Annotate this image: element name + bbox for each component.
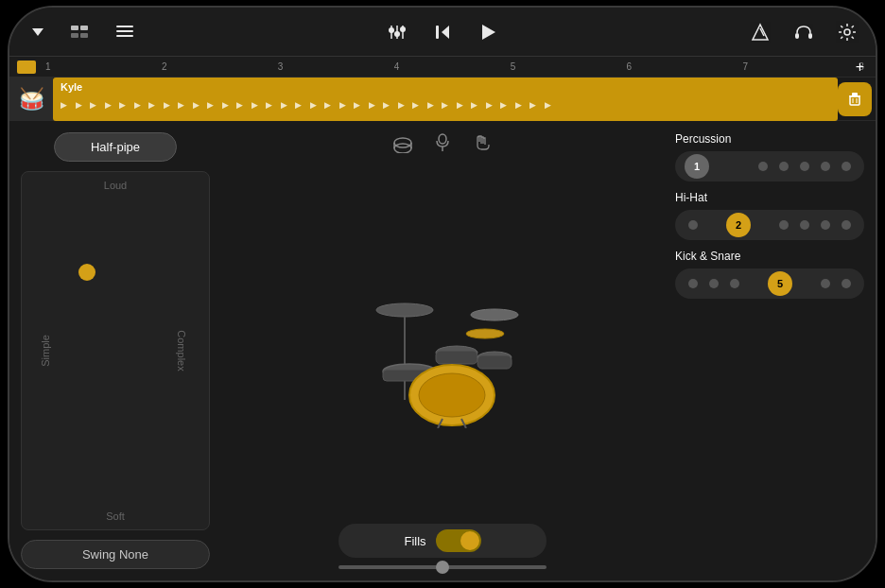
svg-point-34 (466, 329, 504, 338)
hihat-section: Hi-Hat 2 (675, 191, 864, 240)
svg-point-26 (394, 138, 411, 147)
kick-snare-label: Kick & Snare (675, 250, 864, 263)
track-waveform: ▶ ▶ ▶ ▶ ▶ ▶ ▶ ▶ ▶ ▶ ▶ ▶ ▶ ▶ ▶ ▶ ▶ ▶ ▶ ▶ … (53, 78, 838, 121)
drum-hand-icon[interactable] (472, 132, 493, 158)
kick-snare-dots-left (685, 279, 743, 288)
percussion-section: Percussion 1 (675, 132, 864, 182)
center-panel: Fills (221, 132, 664, 569)
kick-snare-section: Kick & Snare 5 (675, 250, 864, 299)
toggle-knob (460, 531, 479, 550)
left-panel: Half-pipe Loud Soft Simple Complex Swing… (21, 132, 210, 569)
xy-label-complex: Complex (175, 330, 186, 371)
phone-frame: 1 2 3 4 5 6 7 8 + 🥁 Kyle ▶ ▶ ▶ ▶ ▶ ▶ ▶ ▶… (8, 6, 877, 582)
dropdown-icon[interactable] (25, 19, 51, 45)
xy-dot[interactable] (78, 264, 95, 281)
svg-point-43 (419, 373, 485, 417)
hihat-dots-right (775, 220, 855, 230)
ruler-mark-5: 5 (511, 61, 516, 72)
track-thumbnail[interactable]: 🥁 (9, 78, 53, 121)
svg-rect-3 (71, 33, 78, 38)
drum-kit-svg (348, 258, 537, 428)
rewind-button[interactable] (429, 19, 456, 45)
list-icon[interactable] (112, 19, 138, 45)
ruler-mark-2: 2 (162, 61, 167, 72)
svg-marker-14 (442, 26, 449, 39)
headphones-icon[interactable] (790, 19, 817, 45)
svg-rect-7 (116, 35, 133, 37)
ruler-numbers: 1 2 3 4 5 6 7 8 (42, 61, 868, 72)
fills-slider-row (338, 565, 547, 569)
hihat-dots-left (685, 220, 702, 230)
drum-circle-icon[interactable] (392, 132, 413, 158)
svg-rect-23 (850, 96, 859, 105)
fills-label: Fills (404, 534, 425, 548)
right-panel: Percussion 1 Hi-Hat (675, 132, 864, 569)
timeline-ruler: 1 2 3 4 5 6 7 8 + (9, 57, 876, 78)
svg-point-33 (471, 309, 518, 320)
svg-rect-41 (477, 355, 512, 369)
hihat-slider[interactable]: 2 (675, 210, 864, 240)
fills-slider[interactable] (338, 565, 547, 569)
percussion-knob[interactable]: 1 (685, 154, 709, 179)
svg-rect-4 (80, 33, 88, 38)
svg-point-13 (400, 26, 406, 32)
fills-slider-thumb (436, 561, 449, 574)
svg-point-30 (439, 134, 446, 144)
add-track-button[interactable]: + (856, 59, 864, 76)
track-name: Kyle (61, 81, 82, 93)
svg-marker-0 (32, 28, 43, 36)
ruler-content: 1 2 3 4 5 6 7 8 + (17, 57, 868, 77)
track-lane[interactable]: Kyle ▶ ▶ ▶ ▶ ▶ ▶ ▶ ▶ ▶ ▶ ▶ ▶ ▶ ▶ ▶ ▶ ▶ ▶… (53, 78, 838, 121)
kick-snare-slider[interactable]: 5 (675, 268, 864, 299)
ruler-mark-6: 6 (627, 61, 633, 72)
xy-label-simple: Simple (40, 335, 51, 367)
settings-icon[interactable] (834, 19, 860, 45)
toolbar (9, 8, 876, 57)
svg-point-21 (844, 29, 850, 35)
track-row: 🥁 Kyle ▶ ▶ ▶ ▶ ▶ ▶ ▶ ▶ ▶ ▶ ▶ ▶ ▶ ▶ ▶ ▶ ▶… (9, 78, 876, 121)
percussion-label: Percussion (675, 132, 864, 146)
svg-rect-2 (80, 26, 88, 30)
xy-label-soft: Soft (106, 510, 125, 522)
percussion-dots (755, 162, 855, 171)
svg-point-12 (394, 31, 400, 37)
fills-toggle[interactable] (436, 529, 481, 552)
delete-track-button[interactable] (838, 82, 872, 116)
mixer-icon[interactable] (384, 19, 410, 45)
ruler-mark-3: 3 (278, 61, 284, 72)
swing-button[interactable]: Swing None (21, 540, 210, 569)
preset-button[interactable]: Half-pipe (54, 132, 177, 162)
drum-controls-top (392, 132, 493, 158)
ruler-mark-7: 7 (742, 61, 748, 72)
svg-point-11 (389, 27, 394, 33)
play-button[interactable] (475, 19, 501, 45)
xy-label-loud: Loud (104, 180, 127, 191)
svg-rect-20 (808, 33, 812, 39)
metronome-icon[interactable] (747, 19, 773, 45)
percussion-slider[interactable]: 1 (675, 151, 864, 182)
xy-pad[interactable]: Loud Soft Simple Complex (21, 171, 210, 530)
hihat-label: Hi-Hat (675, 191, 864, 204)
ruler-mark-4: 4 (394, 61, 400, 72)
svg-point-32 (376, 303, 433, 317)
fills-row: Fills (338, 524, 547, 558)
svg-marker-17 (753, 25, 768, 40)
drum-mic-icon[interactable] (432, 132, 453, 158)
toolbar-right (747, 19, 860, 45)
toolbar-left (25, 19, 138, 45)
svg-rect-15 (436, 26, 439, 39)
tracks-view-icon[interactable] (68, 19, 95, 45)
svg-rect-19 (795, 33, 799, 39)
toolbar-center (384, 19, 501, 45)
svg-rect-6 (116, 30, 133, 32)
drum-kit-visual (221, 169, 664, 516)
main-content: Half-pipe Loud Soft Simple Complex Swing… (9, 121, 876, 580)
svg-point-29 (394, 144, 411, 153)
ruler-mark-1: 1 (45, 61, 51, 72)
kick-snare-knob[interactable]: 5 (768, 271, 792, 296)
kick-snare-dots-right (817, 279, 855, 288)
svg-rect-5 (116, 26, 133, 27)
hihat-knob[interactable]: 2 (726, 213, 751, 237)
svg-rect-1 (71, 26, 78, 30)
svg-marker-16 (482, 25, 495, 40)
